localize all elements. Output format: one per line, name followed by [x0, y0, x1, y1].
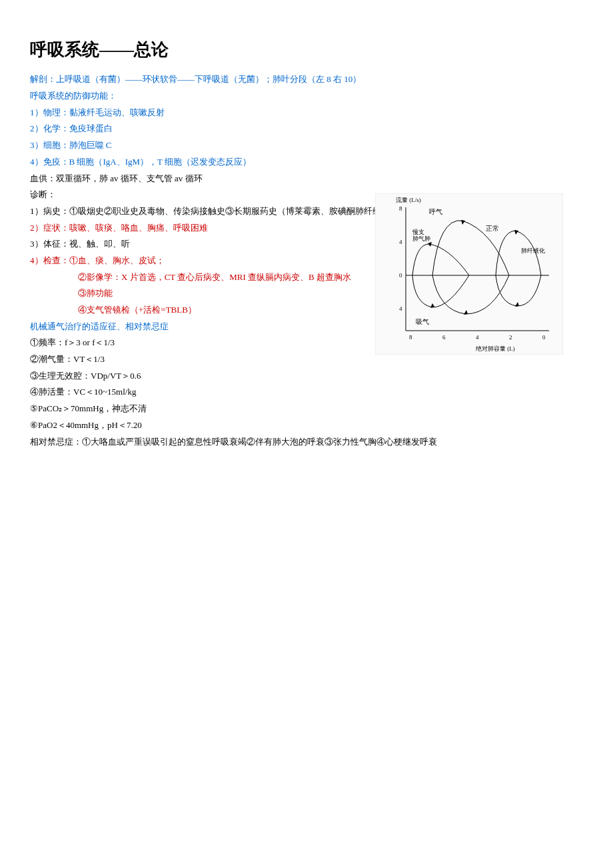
text-line: ⑥PaO2＜40mmHg，pH＜7.20: [30, 417, 583, 434]
x-tick: 8: [409, 334, 412, 341]
text-line: 1）物理：黏液纤毛运动、咳嗽反射: [30, 105, 583, 121]
text-line: 2）化学：免疫球蛋白: [30, 121, 583, 137]
curve-normal: [432, 221, 509, 314]
exhale-label: 呼气: [429, 208, 442, 215]
curve-label-emphysema: 慢支: [412, 229, 424, 235]
text-line: 呼吸系统的防御功能：: [30, 88, 583, 105]
inhale-label: 吸气: [416, 318, 429, 325]
text-line: 解剖：上呼吸道（有菌）——环状软骨——下呼吸道（无菌）；肺叶分段（左 8 右 1…: [30, 71, 583, 88]
text-line: ③生理无效腔：VDp/VT＞0.6: [30, 368, 583, 385]
text-line: ⑤PaCO₂＞70mmHg，神志不清: [30, 401, 583, 417]
text-line: 相对禁忌症：①大咯血或严重误吸引起的窒息性呼吸衰竭②伴有肺大泡的呼衰③张力性气胸…: [30, 434, 583, 451]
text-line: ④肺活量：VC＜10~15ml/kg: [30, 384, 583, 401]
page-title: 呼吸系统——总论: [30, 33, 583, 66]
flow-volume-chart: 流量 (L/s) 绝对肺容量 (L) 8 4 0 4 8 6 4 2 0 呼气 …: [375, 193, 563, 355]
text-line: 血供：双重循环，肺 av 循环、支气管 av 循环: [30, 171, 583, 187]
text-line: 4）免疫：B 细胞（IgA、IgM），T 细胞（迟发变态反应）: [30, 154, 583, 171]
arrow-icon: [514, 230, 518, 235]
arrow-icon: [464, 310, 468, 315]
curve-label-emphysema-2: 肺气肿: [412, 235, 430, 242]
x-tick: 0: [542, 334, 546, 341]
y-tick: 4: [399, 239, 402, 245]
arrow-icon: [461, 220, 465, 225]
y-tick: 8: [399, 205, 402, 212]
x-axis-label: 绝对肺容量 (L): [476, 345, 515, 352]
curve-label-normal: 正常: [486, 225, 499, 232]
y-tick: 0: [399, 272, 402, 279]
document-body: 呼吸系统——总论 解剖：上呼吸道（有菌）——环状软骨——下呼吸道（无菌）；肺叶分…: [30, 33, 583, 450]
x-tick: 2: [509, 334, 512, 341]
text-line: 3）细胞：肺泡巨噬 C: [30, 137, 583, 154]
y-axis-label: 流量 (L/s): [396, 197, 421, 203]
arrow-icon: [515, 302, 519, 307]
curve-fibrosis: [496, 231, 541, 306]
y-tick: 4: [399, 305, 402, 312]
x-tick: 6: [442, 334, 446, 341]
x-tick: 4: [476, 334, 479, 341]
curve-label-fibrosis: 肺纤维化: [521, 247, 545, 254]
